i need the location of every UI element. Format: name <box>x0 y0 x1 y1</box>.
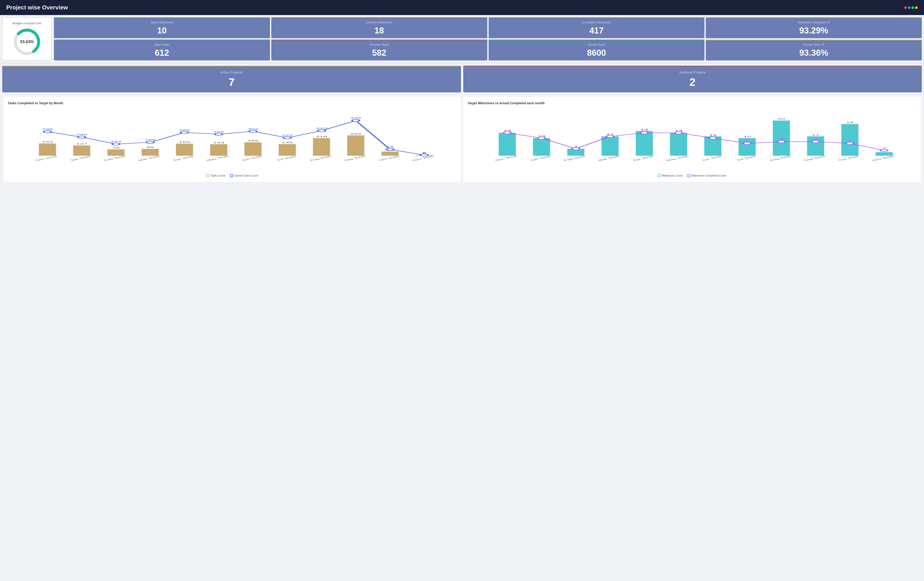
legend-closed-tasks: ✓ Closed Tasks Count <box>230 174 258 177</box>
legend-milestones-completed-label: Milestones Completed Count <box>691 174 726 177</box>
svg-text:436: 436 <box>350 117 361 119</box>
svg-point-104 <box>812 140 819 143</box>
metric-card-7: Closed Tasks % 93.36% <box>706 40 922 61</box>
legend-milestones-icon: ✓ <box>658 174 661 177</box>
svg-text:7: 7 <box>745 140 749 142</box>
svg-text:Jun 2020: Jun 2020 <box>240 155 264 161</box>
svg-text:20: 20 <box>777 118 785 120</box>
svg-point-36 <box>215 133 223 135</box>
tasks-chart-area: 1521277885150143166145218252518298230144… <box>8 109 457 171</box>
header-logo <box>904 6 918 9</box>
legend-tasks-label: Tasks Count <box>210 174 225 177</box>
metric-card-5: Overdue Tasks 582 <box>271 40 487 61</box>
svg-rect-62 <box>498 133 516 156</box>
svg-point-48 <box>421 154 428 156</box>
legend-closed-icon: ✓ <box>230 174 233 177</box>
tasks-chart-legend: ✓ Tasks Count ✓ Closed Tasks Count <box>8 174 457 177</box>
svg-rect-8 <box>142 149 159 156</box>
legend-milestones-completed: ✓ Milestones Completed Count <box>687 174 726 177</box>
legend-tasks-icon: ✓ <box>206 174 209 177</box>
svg-point-44 <box>352 119 360 122</box>
svg-text:222: 222 <box>282 134 293 137</box>
svg-text:Sep 2020: Sep 2020 <box>342 155 367 161</box>
svg-text:Dec 2019: Dec 2019 <box>493 155 518 161</box>
metric-value-2: 417 <box>589 26 604 36</box>
svg-point-34 <box>181 132 188 134</box>
svg-text:Apr 2020: Apr 2020 <box>172 155 195 161</box>
metric-label-3: Milestone Completion % <box>798 21 830 24</box>
page-header: Project wise Overview <box>0 0 924 15</box>
metric-label-6: Closed Tasks <box>588 43 605 46</box>
metric-label-5: Overdue Tasks <box>370 43 389 46</box>
svg-text:Nov 2020: Nov 2020 <box>871 155 895 161</box>
svg-text:13: 13 <box>675 129 682 132</box>
project-value-0: 7 <box>229 76 235 88</box>
svg-text:11: 11 <box>606 133 614 135</box>
svg-text:78: 78 <box>112 147 120 149</box>
svg-point-26 <box>44 130 51 133</box>
project-value-1: 2 <box>689 76 695 88</box>
svg-text:152: 152 <box>42 141 53 143</box>
svg-point-94 <box>640 132 648 134</box>
svg-text:13: 13 <box>503 129 511 132</box>
legend-milestones-label: Milestones Count <box>662 174 683 177</box>
svg-text:Jun 2020: Jun 2020 <box>700 155 724 161</box>
svg-text:302: 302 <box>248 128 259 130</box>
metric-card-0: Open Milestones 10 <box>54 17 270 38</box>
metric-card-2: Completed Milestones 417 <box>488 17 705 38</box>
svg-text:Aug 2020: Aug 2020 <box>767 155 792 161</box>
svg-text:Apr 2020: Apr 2020 <box>631 155 655 161</box>
metric-value-6: 8600 <box>587 48 606 58</box>
svg-point-46 <box>386 148 394 151</box>
budget-card: Budget vs Actual Cost 53.63% <box>2 17 52 61</box>
svg-text:8: 8 <box>779 138 783 140</box>
svg-text:127: 127 <box>76 143 87 145</box>
svg-text:Jul 2020: Jul 2020 <box>275 155 297 161</box>
svg-text:8: 8 <box>813 138 817 140</box>
svg-text:10: 10 <box>709 135 716 137</box>
svg-text:11: 11 <box>812 134 819 136</box>
metric-label-4: Open Tasks <box>154 43 170 46</box>
svg-text:Aug 2020: Aug 2020 <box>308 155 333 161</box>
svg-text:Oct 2020: Oct 2020 <box>377 155 401 161</box>
svg-point-106 <box>846 142 853 145</box>
svg-point-40 <box>284 137 291 139</box>
svg-rect-70 <box>635 131 653 156</box>
svg-point-42 <box>318 130 325 132</box>
svg-point-90 <box>572 148 579 150</box>
svg-text:8: 8 <box>422 151 426 154</box>
svg-point-96 <box>675 132 682 134</box>
page-title: Project wise Overview <box>6 4 68 11</box>
svg-text:145: 145 <box>282 141 293 143</box>
svg-text:13: 13 <box>640 129 648 132</box>
milestones-chart-legend: ✓ Milestones Count ✓ Milestones Complete… <box>468 174 916 177</box>
svg-rect-6 <box>107 150 125 156</box>
donut-chart: 53.63% <box>12 27 41 56</box>
svg-text:252: 252 <box>350 133 361 135</box>
svg-text:Mar 2020: Mar 2020 <box>137 155 161 161</box>
svg-point-32 <box>147 141 154 143</box>
svg-rect-68 <box>601 137 619 156</box>
svg-point-92 <box>606 135 614 138</box>
svg-text:266: 266 <box>213 130 224 133</box>
svg-text:Oct 2020: Oct 2020 <box>837 155 861 161</box>
svg-text:298: 298 <box>42 128 53 130</box>
svg-text:Feb 2020: Feb 2020 <box>102 155 127 161</box>
svg-text:85: 85 <box>147 146 154 148</box>
svg-rect-4 <box>73 145 90 156</box>
metric-card-4: Open Tasks 612 <box>54 40 270 61</box>
svg-text:Dec 2019: Dec 2019 <box>34 155 58 161</box>
metric-card-3: Milestone Completion % 93.29% <box>706 17 922 38</box>
svg-rect-16 <box>279 144 296 156</box>
milestones-chart-panel: Target Milestones vs Actual Completed ea… <box>463 97 921 182</box>
svg-point-28 <box>78 136 86 138</box>
svg-text:166: 166 <box>145 138 156 141</box>
svg-text:10: 10 <box>743 135 751 138</box>
top-section: Budget vs Actual Cost 53.63% Open Milest… <box>0 15 924 63</box>
svg-text:Mar 2020: Mar 2020 <box>597 155 621 161</box>
svg-rect-72 <box>670 133 687 156</box>
svg-rect-2 <box>39 143 56 156</box>
svg-point-38 <box>249 130 257 133</box>
legend-milestones-count: ✓ Milestones Count <box>658 174 683 177</box>
metric-label-2: Completed Milestones <box>582 21 611 24</box>
